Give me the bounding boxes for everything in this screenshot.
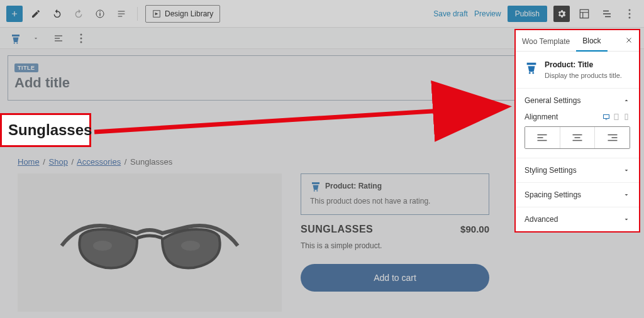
close-icon: [625, 36, 633, 44]
svg-line-17: [94, 107, 503, 132]
product-image[interactable]: [18, 173, 282, 312]
settings-sidebar: Woo Template Block Product: Title Displa…: [514, 29, 640, 233]
tablet-icon[interactable]: [613, 113, 620, 121]
svg-point-19: [532, 72, 534, 74]
info-button[interactable]: [92, 6, 108, 22]
section-styling-settings[interactable]: Styling Settings: [516, 158, 639, 182]
block-more-button[interactable]: [73, 30, 89, 47]
chevron-down-icon: [623, 216, 630, 223]
rating-empty-msg: This product does not have a rating.: [310, 197, 480, 206]
design-library-label: Design Library: [165, 9, 213, 18]
svg-rect-1: [99, 13, 100, 16]
section-general-settings[interactable]: General Settings: [516, 89, 639, 112]
redo-button[interactable]: [70, 6, 87, 22]
product-price: $90.00: [460, 224, 489, 234]
svg-point-11: [80, 37, 82, 39]
breadcrumb-home[interactable]: Home: [18, 157, 40, 167]
title-tag: TITLE: [14, 63, 38, 72]
cart-icon: [310, 180, 321, 192]
settings-button[interactable]: [553, 6, 570, 22]
publish-button[interactable]: Publish: [508, 6, 547, 22]
svg-rect-21: [606, 119, 608, 120]
breadcrumb-shop[interactable]: Shop: [49, 157, 68, 167]
svg-point-14: [181, 241, 200, 251]
align-center-button[interactable]: [560, 127, 595, 148]
svg-point-6: [629, 13, 631, 14]
desktop-icon[interactable]: [602, 113, 610, 121]
preview-button[interactable]: Preview: [474, 9, 501, 18]
breadcrumb: Home / Shop / Accessories / Sunglasses: [18, 157, 172, 167]
block-name: Product: Title: [545, 60, 622, 69]
undo-button[interactable]: [49, 6, 65, 22]
svg-point-16: [316, 190, 318, 191]
svg-point-13: [93, 241, 112, 251]
svg-point-9: [16, 42, 18, 43]
design-library-button[interactable]: Design Library: [145, 5, 220, 23]
rating-block-label: Product: Rating: [325, 182, 382, 190]
add-to-cart-button[interactable]: Add to cart: [301, 264, 489, 292]
align-right-button[interactable]: [594, 127, 630, 148]
save-draft-button[interactable]: Save draft: [433, 9, 468, 18]
svg-point-10: [80, 33, 82, 35]
chevron-down-icon: [623, 167, 630, 174]
editor-top-toolbar: Design Library Save draft Preview Publis…: [0, 0, 644, 28]
svg-point-5: [629, 9, 631, 11]
more-options-button[interactable]: [621, 6, 638, 22]
product-name: SUNGLASSES: [301, 224, 373, 235]
svg-point-7: [629, 16, 631, 18]
svg-point-8: [14, 42, 15, 43]
chevron-up-icon: [623, 97, 630, 104]
outline-button[interactable]: [113, 6, 130, 22]
svg-rect-22: [614, 114, 618, 120]
section-advanced[interactable]: Advanced: [516, 207, 639, 231]
alignment-label: Alignment: [525, 112, 558, 121]
align-toolbar-button[interactable]: [50, 30, 67, 47]
align-left-button[interactable]: [525, 127, 560, 148]
svg-rect-2: [99, 11, 100, 12]
product-rating-block[interactable]: Product: Rating This product does not ha…: [301, 173, 489, 215]
edit-mode-button[interactable]: [28, 6, 44, 22]
product-title-callout: Sunglasses: [0, 113, 91, 147]
add-block-button[interactable]: [6, 6, 23, 22]
svg-point-18: [529, 72, 531, 74]
breadcrumb-accessories[interactable]: Accessories: [77, 157, 121, 167]
block-select-dropdown[interactable]: [28, 30, 44, 47]
svg-rect-4: [580, 9, 589, 18]
breadcrumb-current: Sunglasses: [130, 157, 172, 167]
template-button[interactable]: [576, 6, 592, 22]
svg-rect-20: [604, 115, 609, 119]
svg-point-15: [314, 190, 315, 191]
navigator-button[interactable]: [599, 6, 615, 22]
cart-icon: [525, 60, 538, 74]
svg-rect-23: [625, 114, 628, 120]
section-spacing-settings[interactable]: Spacing Settings: [516, 183, 639, 207]
tab-woo-template[interactable]: Woo Template: [516, 31, 576, 51]
block-description: Display the products title.: [545, 72, 622, 79]
product-title-text: Sunglasses: [8, 121, 92, 139]
svg-point-12: [80, 41, 82, 43]
chevron-down-icon: [623, 191, 630, 199]
close-sidebar-button[interactable]: [619, 31, 639, 51]
mobile-icon[interactable]: [623, 113, 630, 121]
product-description: This is a simple product.: [301, 241, 489, 250]
tab-block[interactable]: Block: [576, 30, 607, 52]
woo-block-icon[interactable]: [8, 30, 24, 47]
